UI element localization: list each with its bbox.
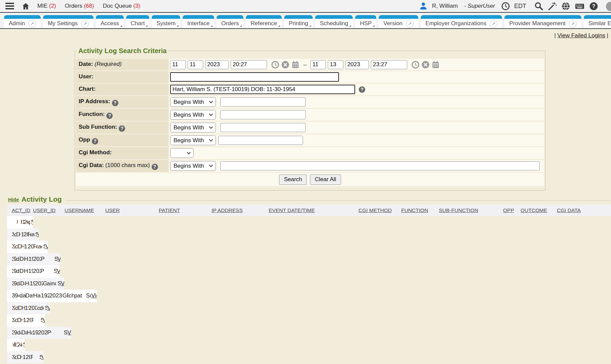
- module-tab[interactable]: System ↗: [152, 15, 180, 28]
- module-tab[interactable]: Admin ↗: [4, 15, 41, 28]
- column-header[interactable]: FUNCTION: [401, 207, 439, 213]
- cgi-method-select[interactable]: [170, 148, 194, 158]
- external-link-icon: ↗: [81, 20, 89, 28]
- view-cgi-data-link[interactable]: View CGI Data: [57, 268, 60, 274]
- module-tab[interactable]: Interface ↗: [183, 15, 214, 28]
- column-header[interactable]: SUB-FUNCTION: [439, 207, 503, 213]
- ip-address-help-icon[interactable]: ?: [112, 100, 118, 106]
- function-operator-select[interactable]: Begins With: [170, 110, 216, 120]
- calendar-icon[interactable]: [291, 60, 300, 69]
- view-failed-logins-link[interactable]: View Failed Logins: [557, 32, 605, 39]
- module-tab[interactable]: Employer Organizations ↗: [421, 15, 502, 28]
- date-from-month-input[interactable]: [170, 60, 186, 69]
- column-header[interactable]: CGI METHOD: [358, 207, 401, 213]
- chart-help-icon[interactable]: ?: [359, 86, 365, 93]
- column-header[interactable]: ACT_ID: [7, 207, 33, 213]
- date-to-day-input[interactable]: [328, 60, 343, 69]
- view-cgi-data-link[interactable]: View CGI Data: [58, 256, 61, 262]
- home-icon[interactable]: [22, 2, 30, 10]
- module-tab[interactable]: Access ↗: [96, 15, 124, 28]
- calendar-icon[interactable]: [431, 60, 440, 69]
- view-cgi-data-link[interactable]: View CGI Data: [41, 354, 43, 360]
- column-header[interactable]: USER_ID: [33, 207, 65, 213]
- column-header[interactable]: IP ADDRESS: [212, 207, 269, 213]
- hide-link[interactable]: Hide: [8, 197, 19, 202]
- clear-date-icon[interactable]: [421, 60, 430, 69]
- module-tab[interactable]: Similar Exposu ↗: [584, 15, 611, 28]
- sub-function-help-icon[interactable]: ?: [119, 125, 125, 132]
- date-from-year-input[interactable]: [205, 60, 229, 69]
- cell-event-datetime: 2023-11-13T18:49:21-0500: [26, 317, 31, 324]
- user-input[interactable]: [170, 72, 339, 82]
- table-row: 30201 94 dave David, Dave Hart, William …: [7, 314, 45, 327]
- globe-icon[interactable]: [561, 2, 570, 11]
- cgi-data-input[interactable]: [220, 161, 540, 170]
- opp-operator-select[interactable]: Begins With: [170, 135, 216, 145]
- clear-date-icon[interactable]: [281, 60, 290, 69]
- cell-act-id: 32424: [12, 219, 17, 226]
- sub-function-input[interactable]: [220, 123, 306, 132]
- chart-input[interactable]: [170, 85, 355, 94]
- function-input[interactable]: [220, 110, 306, 119]
- column-header[interactable]: OUTCOME: [521, 207, 557, 213]
- cgi-data-help-icon[interactable]: ?: [152, 164, 158, 170]
- column-header[interactable]: EVENT DATE/TIME: [269, 207, 358, 213]
- cell-username: dave: [15, 305, 18, 312]
- search-button[interactable]: Search: [279, 174, 307, 185]
- view-cgi-data-link[interactable]: View CGI Data: [68, 329, 71, 336]
- topbar-nav-item[interactable]: Orders (68): [65, 3, 94, 9]
- menu-icon[interactable]: [5, 3, 14, 9]
- sub-function-operator-select[interactable]: Begins With: [170, 123, 216, 132]
- view-cgi-data-link[interactable]: View CGI Data: [43, 317, 45, 323]
- column-header[interactable]: USERNAME: [65, 207, 105, 213]
- view-cgi-data-link[interactable]: View CGI Data: [47, 305, 50, 311]
- date-to-month-input[interactable]: [310, 60, 326, 69]
- search-icon[interactable]: [534, 1, 543, 11]
- cgi-data-operator-select[interactable]: Begins With: [170, 161, 216, 171]
- date-from-time-input[interactable]: [231, 60, 267, 69]
- cell-user: David, Dave: [17, 243, 21, 250]
- time-picker-icon[interactable]: [271, 60, 279, 69]
- avatar-partial-circle[interactable]: [606, 2, 611, 11]
- date-to-year-input[interactable]: [345, 60, 369, 69]
- column-header[interactable]: USER: [105, 207, 159, 213]
- view-cgi-data-link[interactable]: View CGI Data: [32, 219, 33, 225]
- function-help-icon[interactable]: ?: [106, 113, 113, 119]
- view-cgi-data-link[interactable]: View CGI Data: [61, 280, 64, 287]
- clock-icon[interactable]: [501, 2, 510, 10]
- opp-input[interactable]: [218, 136, 303, 145]
- user-avatar-icon[interactable]: [419, 2, 428, 10]
- help-icon[interactable]: ?: [589, 2, 598, 11]
- module-tab[interactable]: Chart ↗: [126, 15, 150, 28]
- cell-function: edict: [36, 243, 38, 250]
- module-tab[interactable]: HSP ↗: [355, 15, 376, 28]
- ip-address-input[interactable]: [220, 97, 306, 107]
- module-tab[interactable]: Printing ↗: [284, 15, 313, 28]
- time-picker-icon[interactable]: [411, 60, 420, 69]
- table-row: 30327 94 dave David, Dave Hart, William …: [7, 241, 48, 253]
- module-tab[interactable]: Reference ↗: [246, 15, 281, 28]
- view-cgi-data-link[interactable]: View CGI Data: [24, 341, 25, 348]
- topbar-nav-item[interactable]: MIE (2): [37, 3, 56, 9]
- view-cgi-data-link[interactable]: View CGI Data: [37, 231, 39, 238]
- module-tab[interactable]: Scheduling ↗: [315, 15, 353, 28]
- topbar: MIE (2)Orders (68)Doc Queue (3) R, Willi…: [0, 0, 611, 13]
- opp-help-icon[interactable]: ?: [92, 138, 98, 145]
- date-from-day-input[interactable]: [188, 60, 203, 69]
- column-header[interactable]: CGI DATA: [557, 207, 611, 213]
- view-cgi-data-link[interactable]: View CGI Data: [45, 243, 48, 250]
- view-cgi-data-link[interactable]: View CGI Data: [91, 292, 97, 299]
- column-header[interactable]: PATIENT: [159, 207, 212, 213]
- module-tab[interactable]: My Settings ↗: [43, 15, 93, 28]
- clear-all-button[interactable]: Clear All: [310, 174, 341, 185]
- module-tab[interactable]: Orders ↗: [217, 15, 243, 28]
- ip-address-operator-select[interactable]: Begins With: [170, 97, 216, 107]
- topbar-nav-item[interactable]: Doc Queue (3): [103, 3, 141, 9]
- date-to-time-input[interactable]: [371, 60, 407, 69]
- keyboard-icon[interactable]: [575, 2, 585, 11]
- wand-icon[interactable]: [548, 2, 557, 11]
- module-tab[interactable]: Provider Management ↗: [504, 15, 581, 28]
- cell-user: David, Dave: [20, 268, 24, 275]
- module-tab[interactable]: Version ↗: [379, 15, 418, 28]
- column-header[interactable]: OPP: [503, 207, 521, 213]
